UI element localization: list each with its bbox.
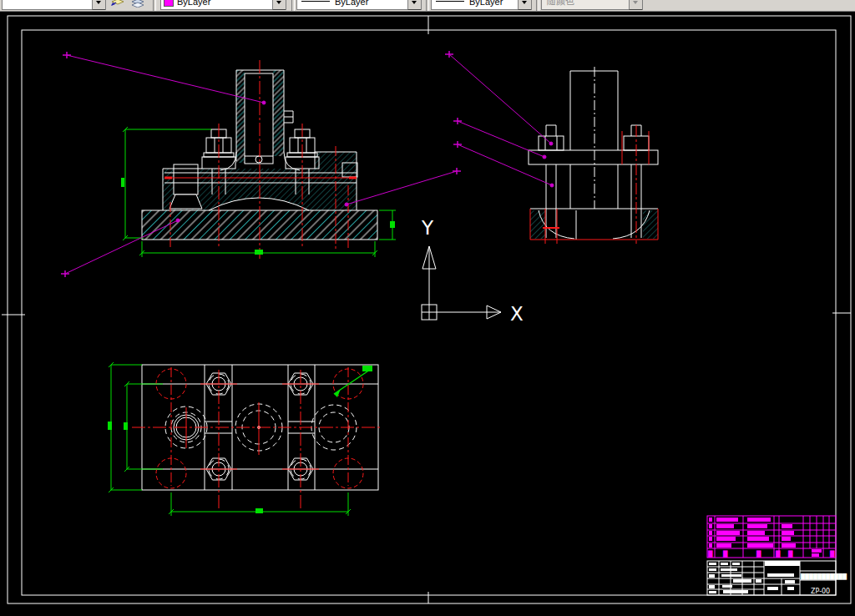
svg-text:█: █ <box>707 550 713 558</box>
layer-dropdown[interactable] <box>2 0 106 10</box>
svg-text:█: █ <box>787 550 793 558</box>
layer-previous-button[interactable] <box>129 0 147 10</box>
lineweight-dropdown-value: ByLayer <box>469 0 518 7</box>
chevron-down-icon <box>629 0 642 10</box>
cad-application-window: { "toolbar": { "layer_dropdown_value": "… <box>0 0 855 616</box>
toolbar-separator <box>291 0 295 11</box>
drawing-title: ███████████ <box>800 573 847 580</box>
title-block: █ █ █ █ █ █ <box>707 516 847 595</box>
lineweight-sample <box>436 1 464 2</box>
color-swatch <box>164 0 174 7</box>
make-object-layer-current-button[interactable] <box>109 0 127 10</box>
svg-text:█: █ <box>829 550 835 558</box>
drawing-area[interactable]: Y X <box>0 11 855 616</box>
plot-style-value: 随颜色 <box>542 0 629 8</box>
svg-text:█: █ <box>775 550 781 558</box>
ucs-x-label: X <box>510 303 524 325</box>
chevron-down-icon[interactable] <box>92 0 105 10</box>
plan-dimensions <box>108 362 372 516</box>
front-section-view <box>121 60 396 259</box>
lineweight-dropdown[interactable]: ByLayer <box>431 0 532 10</box>
properties-toolbar: ByLayer ByLayer ByLayer 随颜色 <box>0 0 855 12</box>
linetype-sample <box>301 1 330 2</box>
color-dropdown-value: ByLayer <box>177 0 272 7</box>
color-dropdown[interactable]: ByLayer <box>160 0 286 10</box>
chevron-down-icon[interactable] <box>407 0 421 10</box>
layer-previous-icon <box>131 0 144 8</box>
toolbar-separator <box>536 0 539 11</box>
side-view <box>529 67 658 244</box>
chevron-down-icon[interactable] <box>272 0 286 10</box>
chevron-down-icon[interactable] <box>518 0 531 10</box>
linetype-dropdown[interactable]: ByLayer <box>296 0 422 10</box>
cad-drawing: Y X <box>0 11 855 616</box>
make-object-layer-current-icon <box>111 0 124 8</box>
linetype-dropdown-value: ByLayer <box>335 0 407 7</box>
plot-style-dropdown: 随颜色 <box>541 0 643 10</box>
toolbar-separator <box>153 0 156 11</box>
top-plan-view <box>108 362 382 516</box>
sheet-border <box>2 16 851 603</box>
svg-text:█: █ <box>756 550 761 558</box>
leader-annotations <box>61 51 554 277</box>
ucs-icon: Y X <box>421 217 524 325</box>
toolbar-separator <box>426 0 429 11</box>
svg-text:█: █ <box>722 550 728 558</box>
ucs-y-label: Y <box>421 217 434 239</box>
drawing-number: ZP-00 <box>811 588 830 595</box>
